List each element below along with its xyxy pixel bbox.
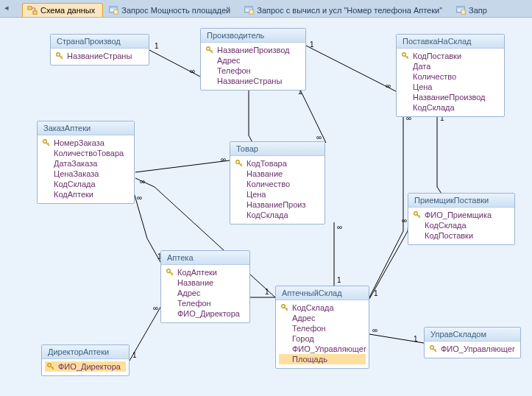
key-icon: [413, 211, 422, 219]
table-row: КодПоставки: [411, 230, 511, 241]
field: Телефон: [292, 324, 326, 333]
table-uprav[interactable]: УправСкладом ФИО_Управляющег: [424, 327, 521, 358]
tab-query-1[interactable]: Запрос Мощность площадей: [103, 3, 238, 17]
table-strana[interactable]: СтранаПроизвод НазваниеСтраны: [50, 34, 149, 66]
tab-label: Запрос Мощность площадей: [121, 6, 230, 15]
key-icon: [235, 159, 244, 168]
field: ФИО_Управляющег: [292, 344, 366, 353]
table-row: Название: [233, 169, 322, 179]
table-row: Телефон: [164, 298, 247, 308]
field: Количество: [413, 72, 456, 81]
document-tabs: ◂ Схема данных Запрос Мощность площадей …: [0, 0, 532, 18]
table-row: ФИО_Управляющег: [279, 344, 366, 354]
table-title: ЗаказАптеки: [38, 121, 134, 135]
field: НазваниеПроизвод: [217, 46, 290, 54]
svg-rect-7: [249, 10, 253, 14]
table-row: Адрес: [279, 313, 366, 323]
tab-query-2[interactable]: Запрос с вычисл и усл "Номер телефона Ап…: [238, 3, 450, 17]
svg-text:∞: ∞: [153, 304, 158, 312]
field: НазваниеПроиз: [247, 200, 306, 209]
table-postavka[interactable]: ПоставкаНаСклад КодПоставки Дата Количес…: [396, 34, 505, 117]
field: НомерЗаказа: [54, 138, 104, 147]
table-title: УправСкладом: [425, 328, 520, 342]
key-icon: [55, 52, 64, 60]
table-row: КодСклада: [40, 179, 131, 189]
table-title: Аптека: [161, 251, 249, 265]
tab-label: Запр: [469, 6, 487, 15]
key-icon: [166, 268, 174, 277]
tab-label: Схема данных: [40, 6, 95, 15]
table-row: Площадь: [279, 354, 366, 364]
field: КодСклада: [425, 221, 467, 230]
svg-text:∞: ∞: [402, 216, 407, 224]
field: Город: [292, 334, 314, 343]
table-row: КодАптеки: [164, 267, 247, 277]
svg-rect-4: [114, 10, 118, 14]
table-title: Производитель: [201, 29, 305, 43]
table-row: Телефон: [279, 323, 366, 333]
svg-text:∞: ∞: [137, 194, 142, 202]
svg-text:∞: ∞: [140, 177, 145, 185]
field: НазваниеСтраны: [217, 77, 282, 85]
table-row: ФИО_Директора: [164, 308, 247, 319]
svg-text:1: 1: [265, 288, 269, 296]
tab-schema[interactable]: Схема данных: [22, 3, 103, 17]
table-row: Количество: [400, 71, 501, 82]
svg-rect-6: [245, 7, 253, 9]
query-icon: [244, 5, 254, 15]
table-apteka[interactable]: Аптека КодАптеки Название Адрес Телефон …: [160, 250, 250, 323]
field: КодТовара: [247, 159, 287, 168]
table-direktor[interactable]: ДиректорАптеки ФИО_Директора: [41, 344, 130, 376]
svg-text:1: 1: [155, 42, 159, 50]
table-row: КодСклада: [400, 102, 501, 113]
field: Дата: [413, 62, 430, 71]
table-zakaz[interactable]: ЗаказАптеки НомерЗаказа КоличествоТовара…: [37, 121, 135, 204]
relationship-canvas[interactable]: 1 ∞ 1 ∞ 1 ∞ 1 ∞ 1 ∞ ∞ ∞ 1 1 ∞ 1 ∞: [0, 18, 532, 396]
table-row: НазваниеСтраны: [54, 51, 146, 61]
svg-text:1: 1: [414, 335, 418, 343]
field: Телефон: [177, 299, 211, 308]
table-row: НазваниеПроизвод: [400, 92, 501, 102]
table-title: СтранаПроизвод: [51, 35, 149, 49]
table-sklad[interactable]: АптечныйСклад КодСклада Адрес Телефон Го…: [275, 286, 369, 369]
field: ФИО_Приемщика: [425, 211, 492, 219]
table-row: КодПоставки: [400, 51, 501, 61]
field: КодПоставки: [425, 231, 473, 240]
field: ДатаЗаказа: [54, 159, 97, 168]
svg-rect-0: [28, 7, 32, 10]
field: КодСклада: [247, 211, 288, 219]
key-icon: [280, 303, 289, 312]
key-icon: [401, 52, 410, 60]
key-icon: [429, 344, 438, 353]
table-row: Количество: [233, 179, 322, 189]
tab-label: Запрос с вычисл и усл "Номер телефона Ап…: [257, 6, 442, 15]
svg-text:∞: ∞: [372, 326, 377, 334]
field: ФИО_Директора: [58, 362, 121, 371]
table-tovar[interactable]: Товар КодТовара Название Количество Цена…: [230, 141, 325, 224]
tab-prev-indicator[interactable]: ◂: [4, 3, 9, 13]
table-row: Цена: [400, 82, 501, 92]
field: ЦенаЗаказа: [54, 169, 99, 178]
svg-text:1: 1: [310, 40, 314, 49]
svg-rect-9: [457, 7, 465, 9]
table-title: АптечныйСклад: [276, 286, 369, 300]
table-proizvoditel[interactable]: Производитель НазваниеПроизвод Адрес Тел…: [200, 28, 306, 91]
svg-text:∞: ∞: [386, 82, 391, 90]
field: КодСклада: [292, 303, 334, 312]
field: КодАптеки: [54, 190, 93, 199]
field: КодСклада: [54, 180, 96, 188]
table-row: Дата: [400, 61, 501, 71]
table-priemshik[interactable]: ПриемщикПоставки ФИО_Приемщика КодСклада…: [408, 193, 515, 245]
table-row: КодАптеки: [40, 189, 131, 199]
table-row: Телефон: [204, 66, 302, 76]
field: Площадь: [292, 355, 327, 364]
table-row: КодСклада: [411, 220, 511, 230]
table-row: НазваниеПроиз: [233, 199, 322, 210]
table-title: ПриемщикПоставки: [408, 194, 514, 208]
query-icon: [455, 5, 466, 15]
table-row: Город: [279, 333, 366, 344]
svg-text:∞: ∞: [316, 133, 322, 141]
query-icon: [108, 5, 118, 15]
tab-query-3[interactable]: Запр: [450, 3, 495, 17]
field: Название: [177, 278, 213, 287]
